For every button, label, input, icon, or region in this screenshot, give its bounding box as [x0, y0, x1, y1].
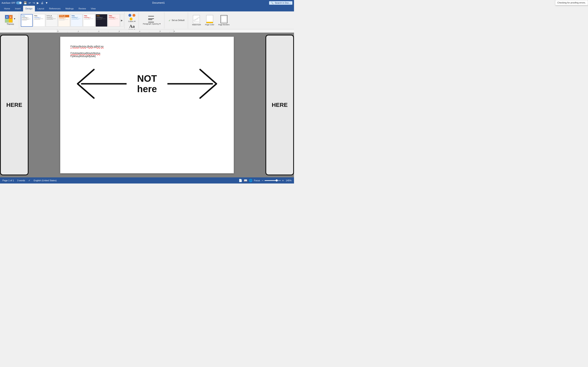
- text-line-3[interactable]: Fjdklasjfkldsajklfjdakl: [70, 55, 224, 58]
- save-icon[interactable]: 💾: [24, 1, 27, 4]
- text-content-1: Fjdklasfjkdsla;jfkdls;ajfkld;as: [70, 45, 104, 48]
- tab-references[interactable]: References: [47, 6, 63, 11]
- language[interactable]: English (United States): [34, 179, 57, 182]
- themes-section: A a ▼ Themes: [2, 12, 19, 29]
- proofing-icon[interactable]: ✓: [28, 179, 30, 182]
- status-bar: Page 1 of 1 3 words ✓ English (United St…: [0, 177, 294, 184]
- view-read-icon[interactable]: 📖: [244, 179, 247, 182]
- status-left: Page 1 of 1 3 words ✓ English (United St…: [2, 179, 57, 182]
- view-print-icon[interactable]: 📄: [239, 179, 242, 182]
- left-arrow-svg: [73, 61, 127, 106]
- theme-scroll-right[interactable]: ▶: [120, 14, 123, 27]
- para-spacing-label: Paragraph Spacing: [143, 23, 159, 25]
- colors-button[interactable]: Colors ▼: [127, 13, 138, 23]
- paragraph-spacing-button[interactable]: Paragraph Spacing ▼: [141, 15, 163, 26]
- colors-dropdown-icon: ▼: [134, 20, 136, 22]
- arrows-container: NOT here: [70, 61, 224, 106]
- right-arrow-svg: [167, 61, 221, 106]
- text-content-2: Fdsildajdklsajfkladsfkjdsa: [70, 52, 100, 55]
- svg-text:1: 1: [78, 30, 79, 32]
- theme-thumb-default[interactable]: Title Heading 1: [21, 14, 33, 27]
- tab-layout[interactable]: Layout: [35, 6, 47, 11]
- print-icon[interactable]: 🖨: [41, 1, 43, 4]
- title-bar: AutoSave OFF 💾 ↩ ↪ ▶ 🖨 ▼ Document1 🔍 Sea…: [0, 0, 294, 6]
- para-spacing-dropdown-icon: ▼: [159, 23, 161, 25]
- zoom-out-button[interactable]: −: [262, 179, 263, 182]
- text-block-2: Fdsildajdklsajfkladsfkjdsa Fjdklasjfklds…: [70, 52, 224, 58]
- autosave-switch[interactable]: [16, 1, 22, 4]
- document-page[interactable]: Fjdklasfjkdsla;jfkdls;ajfkld;as Fdsildaj…: [60, 37, 234, 173]
- svg-text:6: 6: [174, 30, 175, 32]
- autosave-toggle[interactable]: AutoSave OFF: [2, 1, 22, 4]
- svg-text:2: 2: [98, 30, 99, 32]
- document-title: Document1: [152, 1, 165, 4]
- theme-thumbnails: Title Heading 1 Title Heading 1 TITLE He…: [21, 14, 120, 27]
- autosave-label: AutoSave: [2, 2, 10, 4]
- colors-section: Colors ▼ Aa Fonts ▼: [125, 12, 139, 29]
- tab-insert[interactable]: Insert: [12, 6, 23, 11]
- set-default-label: Set as Default: [172, 19, 185, 21]
- page-info[interactable]: Page 1 of 1: [2, 179, 14, 182]
- theme-thumb-blue[interactable]: Title Heading 2: [71, 14, 82, 27]
- status-right: 📄 📖 🌐 Focus − + 145%: [239, 179, 292, 182]
- page-borders-button[interactable]: Page Borders: [217, 13, 231, 28]
- zoom-slider[interactable]: [265, 180, 281, 181]
- zoom-in-button[interactable]: +: [282, 179, 284, 182]
- theme-thumb-dark[interactable]: Title Heading 1: [95, 14, 107, 27]
- themes-content: A a ▼ Themes: [3, 13, 17, 28]
- watermark-button[interactable]: DRAFT Watermark: [190, 13, 203, 28]
- present-icon[interactable]: ▶: [37, 1, 39, 4]
- svg-text:4: 4: [139, 30, 140, 32]
- view-web-icon[interactable]: 🌐: [249, 179, 252, 182]
- autosave-state: OFF: [11, 2, 15, 4]
- tab-view[interactable]: View: [88, 6, 98, 11]
- theme-thumb-office[interactable]: Title Heading 1: [33, 14, 45, 27]
- center-text: NOT here: [127, 73, 167, 94]
- ribbon-tabs: Home Insert Design Layout References Mai…: [0, 6, 294, 11]
- svg-text:3: 3: [119, 30, 120, 32]
- search-label: Search in Doc...: [275, 2, 291, 4]
- colors-label: Colors: [128, 20, 134, 22]
- set-default-check-icon: ✓: [168, 19, 171, 22]
- watermark-label: Watermark: [192, 24, 201, 26]
- themes-button[interactable]: A a ▼ Themes: [3, 14, 17, 26]
- para-spacing-section: Paragraph Spacing ▼: [140, 12, 164, 29]
- focus-label[interactable]: Focus: [254, 179, 260, 182]
- zoom-control: − + 145%: [262, 179, 292, 182]
- set-default-section: ✓ Set as Default: [165, 12, 188, 29]
- ruler: 0 1 2 3 4 5 6: [0, 29, 294, 33]
- title-bar-left: AutoSave OFF 💾 ↩ ↪ ▶ 🖨 ▼: [2, 1, 48, 4]
- tab-review[interactable]: Review: [76, 6, 88, 11]
- search-icon: 🔍: [271, 2, 274, 4]
- ribbon: A a ▼ Themes Title Heading 1: [0, 11, 294, 29]
- page-color-label: Page Color: [205, 24, 214, 26]
- theme-thumb-redmod[interactable]: Title Heading 1: [108, 14, 120, 27]
- text-line-1[interactable]: Fjdklasfjkdsla;jfkdls;ajfkld;as: [70, 45, 224, 48]
- tab-mailings[interactable]: Mailings: [63, 6, 76, 11]
- customize-icon[interactable]: ▼: [45, 1, 48, 4]
- undo-icon[interactable]: ↩: [29, 1, 31, 4]
- svg-text:5: 5: [160, 30, 161, 32]
- text-block-1: Fjdklasfjkdsla;jfkdls;ajfkld;as: [70, 45, 224, 48]
- page-borders-label: Page Borders: [218, 24, 229, 26]
- word-count[interactable]: 3 words: [17, 179, 25, 182]
- zoom-level[interactable]: 145%: [285, 179, 292, 182]
- page-design-section: DRAFT Watermark Page Color Page Borders: [189, 12, 233, 29]
- theme-thumb-red[interactable]: Title Heading 1: [83, 14, 95, 27]
- tab-home[interactable]: Home: [2, 6, 12, 11]
- themes-section-label: [3, 28, 17, 28]
- page-wrapper[interactable]: Fjdklasfjkdsla;jfkdls;ajfkld;as Fdsildaj…: [0, 33, 294, 177]
- redo-icon[interactable]: ↪: [33, 1, 35, 4]
- text-content-3: Fjdklasjfkldsajklfjdakl: [70, 55, 95, 58]
- theme-thumb-gray[interactable]: TITLE Heading 1: [46, 14, 58, 27]
- search-box[interactable]: 🔍 Search in Doc... Checking for proofing…: [269, 1, 292, 5]
- theme-thumb-orange[interactable]: TITLE Heading 1: [58, 14, 70, 27]
- svg-text:0: 0: [58, 30, 59, 32]
- text-line-2[interactable]: Fdsildajdklsajfkladsfkjdsa: [70, 52, 224, 55]
- document-area: HERE HERE Fjdklasfjkdsla;jfkdls;ajfkld;a…: [0, 33, 294, 177]
- themes-label: Themes: [7, 23, 14, 25]
- page-color-button[interactable]: Page Color: [203, 13, 216, 28]
- set-as-default-button[interactable]: ✓ Set as Default: [167, 18, 186, 23]
- svg-rect-1: [57, 29, 173, 33]
- tab-design[interactable]: Design: [23, 6, 35, 11]
